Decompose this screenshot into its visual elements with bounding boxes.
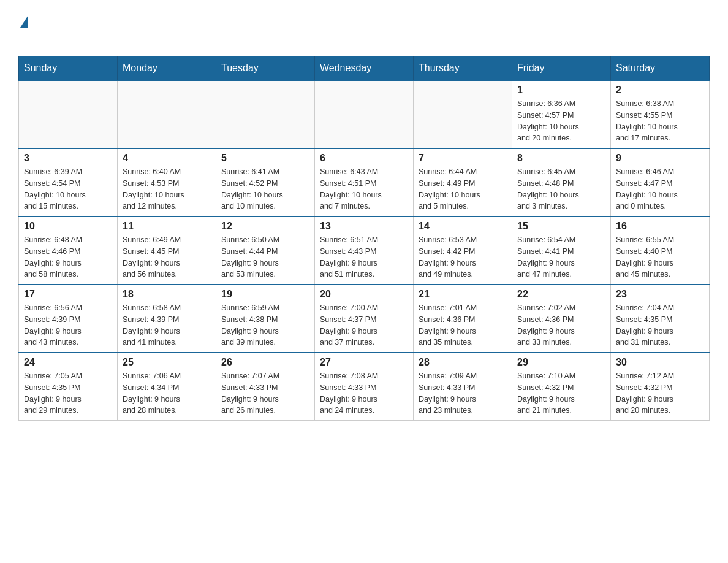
calendar-cell: 6Sunrise: 6:43 AM Sunset: 4:51 PM Daylig… bbox=[315, 148, 414, 216]
day-number: 19 bbox=[221, 289, 309, 300]
calendar-cell bbox=[414, 80, 512, 148]
day-info: Sunrise: 6:44 AM Sunset: 4:49 PM Dayligh… bbox=[419, 166, 507, 212]
day-number: 28 bbox=[419, 357, 507, 368]
day-number: 8 bbox=[517, 153, 605, 164]
calendar-cell: 30Sunrise: 7:12 AM Sunset: 4:32 PM Dayli… bbox=[611, 353, 710, 421]
day-info: Sunrise: 6:43 AM Sunset: 4:51 PM Dayligh… bbox=[320, 166, 408, 212]
day-number: 5 bbox=[221, 153, 309, 164]
calendar-week-5: 24Sunrise: 7:05 AM Sunset: 4:35 PM Dayli… bbox=[19, 353, 710, 421]
day-info: Sunrise: 6:53 AM Sunset: 4:42 PM Dayligh… bbox=[419, 234, 507, 280]
calendar-cell: 28Sunrise: 7:09 AM Sunset: 4:33 PM Dayli… bbox=[414, 353, 512, 421]
day-info: Sunrise: 6:46 AM Sunset: 4:47 PM Dayligh… bbox=[616, 166, 704, 212]
weekday-header-tuesday: Tuesday bbox=[216, 56, 315, 81]
day-info: Sunrise: 7:09 AM Sunset: 4:33 PM Dayligh… bbox=[419, 370, 507, 416]
day-number: 13 bbox=[320, 221, 408, 232]
calendar-cell: 15Sunrise: 6:54 AM Sunset: 4:41 PM Dayli… bbox=[512, 216, 611, 285]
calendar-cell bbox=[19, 80, 118, 148]
calendar-cell: 27Sunrise: 7:08 AM Sunset: 4:33 PM Dayli… bbox=[315, 353, 414, 421]
day-number: 29 bbox=[517, 357, 605, 368]
calendar-cell: 14Sunrise: 6:53 AM Sunset: 4:42 PM Dayli… bbox=[414, 216, 512, 285]
calendar-cell: 5Sunrise: 6:41 AM Sunset: 4:52 PM Daylig… bbox=[216, 148, 315, 216]
day-number: 26 bbox=[221, 357, 309, 368]
day-info: Sunrise: 6:55 AM Sunset: 4:40 PM Dayligh… bbox=[616, 234, 704, 280]
day-info: Sunrise: 7:06 AM Sunset: 4:34 PM Dayligh… bbox=[123, 370, 211, 416]
day-number: 15 bbox=[517, 221, 605, 232]
logo bbox=[18, 12, 28, 44]
calendar-cell: 24Sunrise: 7:05 AM Sunset: 4:35 PM Dayli… bbox=[19, 353, 118, 421]
day-number: 10 bbox=[24, 221, 112, 232]
day-info: Sunrise: 6:49 AM Sunset: 4:45 PM Dayligh… bbox=[123, 234, 211, 280]
day-number: 4 bbox=[123, 153, 211, 164]
day-info: Sunrise: 7:02 AM Sunset: 4:36 PM Dayligh… bbox=[517, 302, 605, 348]
day-info: Sunrise: 6:41 AM Sunset: 4:52 PM Dayligh… bbox=[221, 166, 309, 212]
day-number: 3 bbox=[24, 153, 112, 164]
day-info: Sunrise: 6:36 AM Sunset: 4:57 PM Dayligh… bbox=[517, 98, 605, 144]
weekday-header-saturday: Saturday bbox=[611, 56, 710, 81]
calendar-cell: 25Sunrise: 7:06 AM Sunset: 4:34 PM Dayli… bbox=[118, 353, 216, 421]
calendar-cell: 26Sunrise: 7:07 AM Sunset: 4:33 PM Dayli… bbox=[216, 353, 315, 421]
weekday-header-row: SundayMondayTuesdayWednesdayThursdayFrid… bbox=[19, 56, 710, 81]
day-number: 17 bbox=[24, 289, 112, 300]
calendar-cell: 23Sunrise: 7:04 AM Sunset: 4:35 PM Dayli… bbox=[611, 285, 710, 353]
day-number: 2 bbox=[616, 85, 704, 96]
calendar-cell: 9Sunrise: 6:46 AM Sunset: 4:47 PM Daylig… bbox=[611, 148, 710, 216]
calendar-cell bbox=[315, 80, 414, 148]
calendar-cell bbox=[216, 80, 315, 148]
weekday-header-thursday: Thursday bbox=[414, 56, 512, 81]
calendar-table: SundayMondayTuesdayWednesdayThursdayFrid… bbox=[18, 56, 710, 421]
day-info: Sunrise: 7:01 AM Sunset: 4:36 PM Dayligh… bbox=[419, 302, 507, 348]
calendar-cell: 18Sunrise: 6:58 AM Sunset: 4:39 PM Dayli… bbox=[118, 285, 216, 353]
weekday-header-wednesday: Wednesday bbox=[315, 56, 414, 81]
day-number: 23 bbox=[616, 289, 704, 300]
day-number: 25 bbox=[123, 357, 211, 368]
day-info: Sunrise: 7:04 AM Sunset: 4:35 PM Dayligh… bbox=[616, 302, 704, 348]
day-number: 14 bbox=[419, 221, 507, 232]
weekday-header-monday: Monday bbox=[118, 56, 216, 81]
calendar-week-4: 17Sunrise: 6:56 AM Sunset: 4:39 PM Dayli… bbox=[19, 285, 710, 353]
calendar-cell: 4Sunrise: 6:40 AM Sunset: 4:53 PM Daylig… bbox=[118, 148, 216, 216]
day-number: 27 bbox=[320, 357, 408, 368]
day-info: Sunrise: 6:40 AM Sunset: 4:53 PM Dayligh… bbox=[123, 166, 211, 212]
day-number: 6 bbox=[320, 153, 408, 164]
calendar-cell: 29Sunrise: 7:10 AM Sunset: 4:32 PM Dayli… bbox=[512, 353, 611, 421]
day-number: 21 bbox=[419, 289, 507, 300]
calendar-cell: 11Sunrise: 6:49 AM Sunset: 4:45 PM Dayli… bbox=[118, 216, 216, 285]
calendar-cell: 21Sunrise: 7:01 AM Sunset: 4:36 PM Dayli… bbox=[414, 285, 512, 353]
day-info: Sunrise: 7:10 AM Sunset: 4:32 PM Dayligh… bbox=[517, 370, 605, 416]
day-info: Sunrise: 7:00 AM Sunset: 4:37 PM Dayligh… bbox=[320, 302, 408, 348]
calendar-cell: 2Sunrise: 6:38 AM Sunset: 4:55 PM Daylig… bbox=[611, 80, 710, 148]
calendar-cell: 16Sunrise: 6:55 AM Sunset: 4:40 PM Dayli… bbox=[611, 216, 710, 285]
day-number: 9 bbox=[616, 153, 704, 164]
weekday-header-friday: Friday bbox=[512, 56, 611, 81]
calendar-cell: 12Sunrise: 6:50 AM Sunset: 4:44 PM Dayli… bbox=[216, 216, 315, 285]
day-number: 11 bbox=[123, 221, 211, 232]
day-info: Sunrise: 6:56 AM Sunset: 4:39 PM Dayligh… bbox=[24, 302, 112, 348]
day-number: 20 bbox=[320, 289, 408, 300]
weekday-header-sunday: Sunday bbox=[19, 56, 118, 81]
day-info: Sunrise: 6:45 AM Sunset: 4:48 PM Dayligh… bbox=[517, 166, 605, 212]
calendar-cell: 7Sunrise: 6:44 AM Sunset: 4:49 PM Daylig… bbox=[414, 148, 512, 216]
day-info: Sunrise: 6:58 AM Sunset: 4:39 PM Dayligh… bbox=[123, 302, 211, 348]
day-number: 22 bbox=[517, 289, 605, 300]
calendar-week-1: 1Sunrise: 6:36 AM Sunset: 4:57 PM Daylig… bbox=[19, 80, 710, 148]
day-info: Sunrise: 6:38 AM Sunset: 4:55 PM Dayligh… bbox=[616, 98, 704, 144]
day-info: Sunrise: 6:48 AM Sunset: 4:46 PM Dayligh… bbox=[24, 234, 112, 280]
calendar-cell: 19Sunrise: 6:59 AM Sunset: 4:38 PM Dayli… bbox=[216, 285, 315, 353]
calendar-cell: 10Sunrise: 6:48 AM Sunset: 4:46 PM Dayli… bbox=[19, 216, 118, 285]
day-number: 16 bbox=[616, 221, 704, 232]
day-info: Sunrise: 7:05 AM Sunset: 4:35 PM Dayligh… bbox=[24, 370, 112, 416]
calendar-week-2: 3Sunrise: 6:39 AM Sunset: 4:54 PM Daylig… bbox=[19, 148, 710, 216]
day-info: Sunrise: 6:50 AM Sunset: 4:44 PM Dayligh… bbox=[221, 234, 309, 280]
page-header bbox=[18, 12, 710, 44]
day-number: 24 bbox=[24, 357, 112, 368]
day-number: 1 bbox=[517, 85, 605, 96]
calendar-cell: 8Sunrise: 6:45 AM Sunset: 4:48 PM Daylig… bbox=[512, 148, 611, 216]
calendar-cell: 17Sunrise: 6:56 AM Sunset: 4:39 PM Dayli… bbox=[19, 285, 118, 353]
day-number: 7 bbox=[419, 153, 507, 164]
calendar-cell: 22Sunrise: 7:02 AM Sunset: 4:36 PM Dayli… bbox=[512, 285, 611, 353]
calendar-cell: 20Sunrise: 7:00 AM Sunset: 4:37 PM Dayli… bbox=[315, 285, 414, 353]
day-info: Sunrise: 6:54 AM Sunset: 4:41 PM Dayligh… bbox=[517, 234, 605, 280]
day-info: Sunrise: 6:39 AM Sunset: 4:54 PM Dayligh… bbox=[24, 166, 112, 212]
calendar-cell: 3Sunrise: 6:39 AM Sunset: 4:54 PM Daylig… bbox=[19, 148, 118, 216]
day-info: Sunrise: 7:08 AM Sunset: 4:33 PM Dayligh… bbox=[320, 370, 408, 416]
